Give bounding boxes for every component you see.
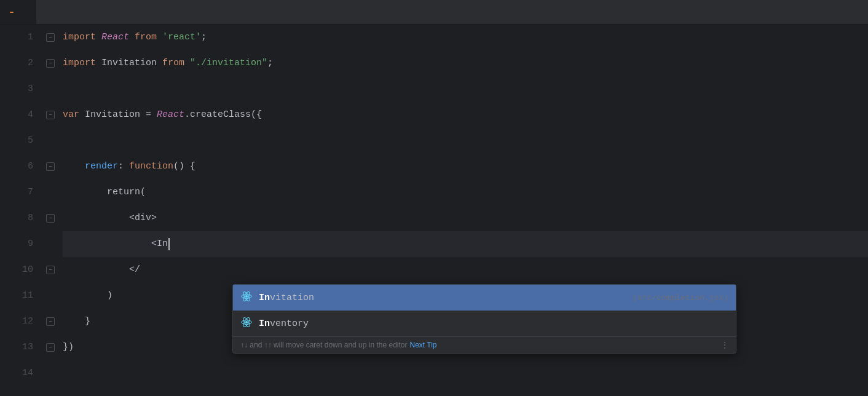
gutter-cell-8[interactable]: − [43, 205, 58, 231]
line-number-8: 8 [0, 205, 43, 231]
token: return( [63, 180, 146, 205]
autocomplete-match-text: In [259, 319, 270, 329]
autocomplete-rest-text: ventory [270, 319, 309, 329]
code-line-9: <In [63, 231, 868, 257]
autocomplete-item-inventory[interactable]: Inventory [233, 311, 736, 336]
fold-icon-2[interactable]: − [46, 59, 55, 68]
line-number-1: 1 [0, 25, 43, 50]
next-tip-button[interactable]: Next Tip [409, 341, 436, 349]
token: () { [173, 154, 195, 180]
gutter-cell-14 [43, 360, 58, 386]
autocomplete-rest-text: vitation [270, 293, 314, 303]
token: ; [267, 50, 273, 76]
fold-icon-10[interactable]: − [46, 266, 55, 274]
line-number-7: 7 [0, 180, 43, 205]
gutter-cell-6[interactable]: − [43, 154, 58, 180]
autocomplete-item-label: Invitation [259, 293, 626, 303]
token: ) [63, 283, 112, 309]
line-numbers: 1234567891011121314 [0, 25, 43, 396]
autocomplete-item-label: Inventory [259, 319, 728, 329]
code-line-6: render: function() { [63, 154, 868, 180]
token: from [129, 25, 162, 50]
token: <div> [63, 205, 157, 231]
jsx-badge [10, 12, 14, 13]
token: React [101, 25, 129, 50]
autocomplete-popup: Invitation(src/completion.jsx) Inventory… [232, 284, 736, 354]
tab-completion-jsx[interactable] [0, 0, 36, 24]
token: .createClass({ [184, 102, 262, 128]
gutter-cell-5 [43, 128, 58, 154]
gutter-cell-3 [43, 76, 58, 102]
more-options-icon[interactable]: ⋮ [721, 341, 728, 349]
gutter-cell-9 [43, 231, 58, 257]
fold-icon-1[interactable]: − [46, 33, 55, 42]
react-component-icon [240, 316, 253, 331]
token: ; [201, 25, 207, 50]
editor-container: 1234567891011121314 −−−−−−−− import Reac… [0, 25, 868, 396]
code-line-5 [63, 128, 868, 154]
token: : [118, 154, 129, 180]
token: function [129, 154, 173, 180]
token: <In [63, 231, 168, 257]
token: "./invitation" [190, 50, 267, 76]
autocomplete-item-invitation[interactable]: Invitation(src/completion.jsx) [233, 285, 736, 311]
gutter-cell-7 [43, 180, 58, 205]
autocomplete-footer: ↑↓ and ↑↑ will move caret down and up in… [233, 336, 736, 353]
token: Invitation [85, 102, 140, 128]
token: 'react' [162, 25, 201, 50]
gutter-cell-13[interactable]: − [43, 335, 58, 360]
line-number-13: 13 [0, 335, 43, 360]
svg-point-4 [245, 320, 248, 323]
react-component-icon [240, 290, 253, 306]
autocomplete-tip-text: ↑↓ and ↑↑ will move caret down and up in… [240, 341, 407, 349]
line-number-5: 5 [0, 128, 43, 154]
fold-icon-8[interactable]: − [46, 214, 55, 223]
line-number-3: 3 [0, 76, 43, 102]
token: React [157, 102, 184, 128]
fold-icon-6[interactable]: − [46, 162, 55, 171]
gutter-cell-1[interactable]: − [43, 25, 58, 50]
code-line-3 [63, 76, 868, 102]
token: import [63, 50, 101, 76]
code-line-7: return( [63, 180, 868, 205]
gutter-cell-2[interactable]: − [43, 50, 58, 76]
token: </ [63, 257, 140, 283]
token: from [157, 50, 190, 76]
text-cursor [168, 238, 170, 250]
line-number-12: 12 [0, 309, 43, 335]
svg-point-0 [245, 295, 248, 297]
fold-icon-12[interactable]: − [46, 317, 55, 326]
autocomplete-item-location: (src/completion.jsx) [633, 293, 728, 303]
fold-icon-13[interactable]: − [46, 343, 55, 352]
line-number-2: 2 [0, 50, 43, 76]
token: Invitation [101, 50, 157, 76]
gutter-cell-4[interactable]: − [43, 102, 58, 128]
token: var [63, 102, 85, 128]
line-number-11: 11 [0, 283, 43, 309]
token: = [140, 102, 157, 128]
line-number-6: 6 [0, 154, 43, 180]
tab-bar [0, 0, 868, 25]
gutter-cell-10[interactable]: − [43, 257, 58, 283]
gutter-col: −−−−−−−− [43, 25, 58, 396]
gutter-cell-11 [43, 283, 58, 309]
token: } [63, 309, 90, 335]
line-number-14: 14 [0, 360, 43, 386]
token: render [63, 154, 118, 180]
line-number-10: 10 [0, 257, 43, 283]
autocomplete-match-text: In [259, 293, 270, 303]
code-line-4: var Invitation = React.createClass({ [63, 102, 868, 128]
code-line-10: </ [63, 257, 868, 283]
line-number-4: 4 [0, 102, 43, 128]
gutter-cell-12[interactable]: − [43, 309, 58, 335]
token: }) [63, 335, 74, 360]
code-line-1: import React from 'react'; [63, 25, 868, 50]
line-number-9: 9 [0, 231, 43, 257]
code-line-2: import Invitation from "./invitation"; [63, 50, 868, 76]
token: import [63, 25, 101, 50]
code-line-14 [63, 360, 868, 386]
fold-icon-4[interactable]: − [46, 111, 55, 119]
code-line-8: <div> [63, 205, 868, 231]
